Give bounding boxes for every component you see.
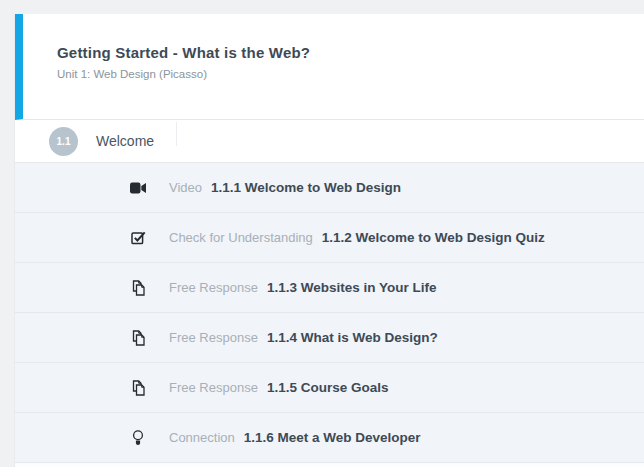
lesson-row[interactable]: Video 1.1.1 Welcome to Web Design (15, 163, 644, 213)
lightbulb-icon (129, 429, 147, 447)
copy-pages-icon (129, 279, 147, 297)
lesson-type-label: Connection (169, 430, 235, 445)
lesson-title[interactable]: 1.1.3 Websites in Your Life (267, 280, 437, 295)
lesson-title[interactable]: 1.1.2 Welcome to Web Design Quiz (322, 230, 545, 245)
copy-pages-icon (129, 329, 147, 347)
lesson-module-panel: Getting Started - What is the Web? Unit … (14, 14, 644, 467)
module-header: 1.1 Welcome (15, 120, 644, 163)
lesson-type-label: Free Response (169, 380, 258, 395)
lesson-row[interactable]: Free Response 1.1.4 What is Web Design? (15, 313, 644, 363)
lesson-title[interactable]: 1.1.6 Meet a Web Developer (244, 430, 421, 445)
lesson-row[interactable]: Free Response 1.1.5 Course Goals (15, 363, 644, 413)
lesson-list: Video 1.1.1 Welcome to Web Design Check … (15, 163, 644, 463)
lesson-header-card: Getting Started - What is the Web? Unit … (15, 14, 644, 120)
lesson-type-label: Free Response (169, 280, 258, 295)
checkbox-icon (129, 229, 147, 247)
copy-pages-icon (129, 379, 147, 397)
lesson-title[interactable]: 1.1.5 Course Goals (267, 380, 389, 395)
lesson-type-label: Free Response (169, 330, 258, 345)
lesson-type-label: Video (169, 180, 202, 195)
module-number-badge: 1.1 (49, 127, 78, 156)
video-camera-icon (129, 179, 147, 197)
lesson-row[interactable]: Check for Understanding 1.1.2 Welcome to… (15, 213, 644, 263)
page-subtitle: Unit 1: Web Design (Picasso) (57, 68, 634, 80)
page-title: Getting Started - What is the Web? (57, 44, 634, 61)
lesson-row[interactable]: Free Response 1.1.3 Websites in Your Lif… (15, 263, 644, 313)
lesson-type-label: Check for Understanding (169, 230, 313, 245)
lesson-title[interactable]: 1.1.4 What is Web Design? (267, 330, 438, 345)
module-title: Welcome (96, 133, 154, 149)
module-header-divider (176, 122, 177, 146)
next-section-sliver (15, 463, 644, 467)
lesson-title[interactable]: 1.1.1 Welcome to Web Design (211, 180, 401, 195)
lesson-row[interactable]: Connection 1.1.6 Meet a Web Developer (15, 413, 644, 463)
